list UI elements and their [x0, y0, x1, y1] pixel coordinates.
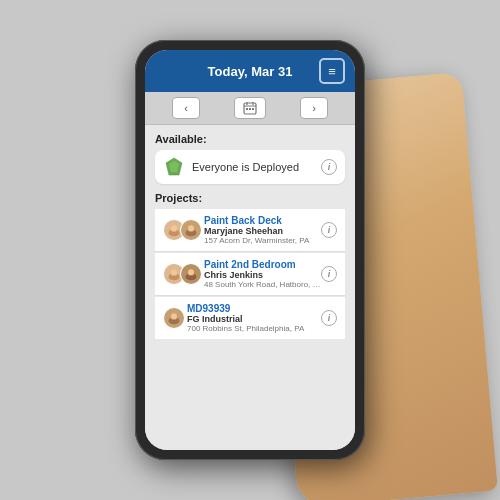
svg-rect-4 [246, 108, 248, 110]
avatar [180, 219, 202, 241]
project-info-icon[interactable]: i [321, 266, 337, 282]
svg-rect-5 [249, 108, 251, 110]
projects-section-label: Projects: [155, 192, 345, 204]
svg-point-24 [188, 269, 194, 275]
deployed-icon [164, 157, 184, 177]
svg-point-20 [171, 269, 177, 275]
gem-icon [163, 156, 185, 178]
project-avatars [163, 307, 180, 329]
phone-shell: Today, Mar 31 ≡ ‹ [135, 40, 365, 460]
project-info: MD93939 FG Industrial 700 Robbins St, Ph… [187, 303, 321, 333]
project-info: Paint 2nd Bedroom Chris Jenkins 48 South… [204, 259, 321, 289]
project-item[interactable]: Paint Back Deck Maryjane Sheehan 157 Aco… [155, 209, 345, 252]
project-item[interactable]: MD93939 FG Industrial 700 Robbins St, Ph… [155, 297, 345, 339]
project-info-icon[interactable]: i [321, 310, 337, 326]
header-title: Today, Mar 31 [181, 64, 319, 79]
svg-point-28 [171, 313, 177, 319]
project-name: Paint 2nd Bedroom [204, 259, 321, 270]
project-item[interactable]: Paint 2nd Bedroom Chris Jenkins 48 South… [155, 253, 345, 296]
project-address: 700 Robbins St, Philadelphia, PA [187, 324, 321, 333]
prev-button[interactable]: ‹ [172, 97, 200, 119]
calendar-icon [243, 101, 257, 115]
project-address: 157 Acorn Dr, Warminster, PA [204, 236, 321, 245]
avatar [180, 263, 202, 285]
svg-rect-6 [252, 108, 254, 110]
project-info: Paint Back Deck Maryjane Sheehan 157 Aco… [204, 215, 321, 245]
project-person: Chris Jenkins [204, 270, 321, 280]
project-person: FG Industrial [187, 314, 321, 324]
avatar [163, 307, 185, 329]
menu-icon[interactable]: ≡ [319, 58, 345, 84]
projects-list: Paint Back Deck Maryjane Sheehan 157 Aco… [155, 209, 345, 339]
project-info-icon[interactable]: i [321, 222, 337, 238]
available-row[interactable]: Everyone is Deployed i [155, 150, 345, 184]
phone-screen: Today, Mar 31 ≡ ‹ [145, 50, 355, 450]
app-header: Today, Mar 31 ≡ [145, 50, 355, 92]
svg-point-16 [188, 225, 194, 231]
project-address: 48 South York Road, Hatboro, PA [204, 280, 321, 289]
project-avatars [163, 219, 197, 241]
available-info-icon[interactable]: i [321, 159, 337, 175]
main-content: Available: Everyone is Deployed i Projec… [145, 125, 355, 450]
project-person: Maryjane Sheehan [204, 226, 321, 236]
calendar-button[interactable] [234, 97, 266, 119]
svg-point-12 [171, 225, 177, 231]
available-section-label: Available: [155, 133, 345, 145]
project-name: MD93939 [187, 303, 321, 314]
available-status-text: Everyone is Deployed [192, 161, 321, 173]
project-name: Paint Back Deck [204, 215, 321, 226]
navigation-bar: ‹ › [145, 92, 355, 125]
project-avatars [163, 263, 197, 285]
next-button[interactable]: › [300, 97, 328, 119]
